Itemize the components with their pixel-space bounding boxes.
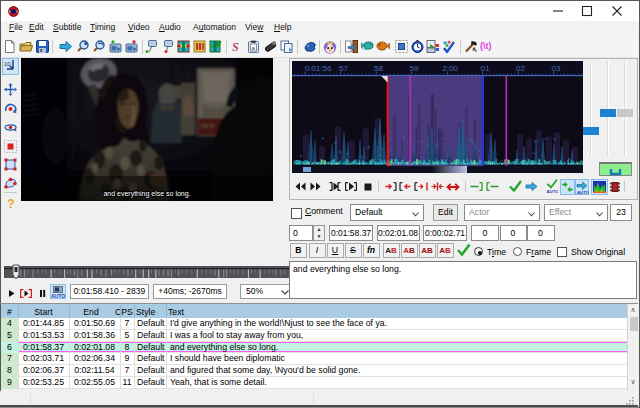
svg-text:0:01:56: 0:01:56 <box>305 64 332 73</box>
svg-text:2:00: 2:00 <box>442 64 458 73</box>
svg-text:57: 57 <box>339 64 348 73</box>
svg-text:AUTO: AUTO <box>577 190 589 195</box>
svg-text:03: 03 <box>552 64 561 73</box>
svg-text:and everything else so long.: and everything else so long. <box>103 190 190 198</box>
svg-text:01: 01 <box>481 64 490 73</box>
svg-text:59: 59 <box>410 64 419 73</box>
svg-text:AUTO: AUTO <box>547 189 559 194</box>
svg-text:58: 58 <box>374 64 383 73</box>
svg-text:02: 02 <box>516 64 525 73</box>
